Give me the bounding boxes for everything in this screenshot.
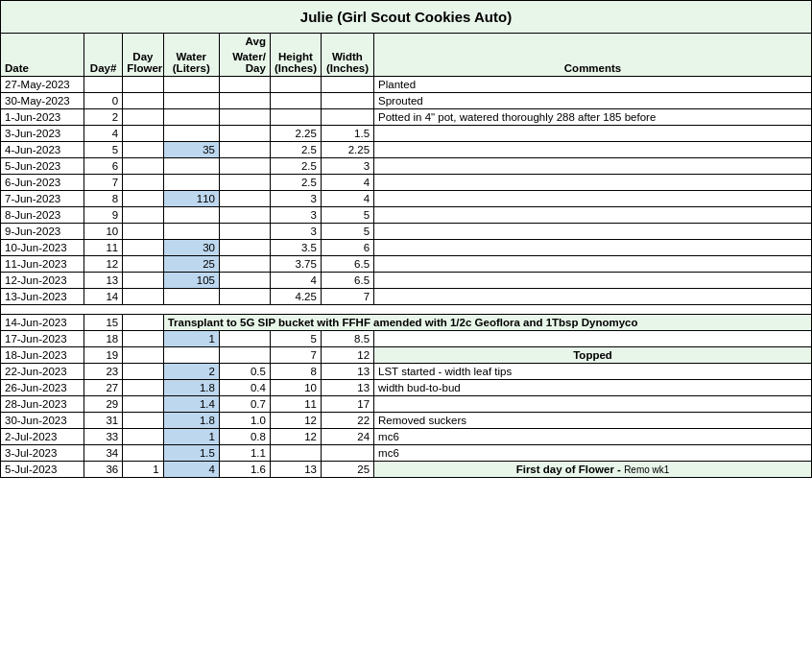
cell-day: 15 [84,315,122,331]
cell-comment-first-flower: First day of Flower - Remo wk1 [374,462,812,478]
cell-flower [123,256,163,273]
table-row: 30-May-2023 0 Sprouted [1,93,812,109]
cell-water [163,207,219,224]
cell-flower [123,429,163,445]
cell-flower [123,331,163,347]
cell-date: 30-May-2023 [1,93,84,109]
cell-water: 25 [163,256,219,273]
cell-day: 27 [84,380,122,396]
cell-comment [374,273,812,289]
cell-height [270,93,321,109]
cell-comment: Planted [374,77,812,93]
cell-day: 0 [84,93,122,109]
cell-comment [374,175,812,191]
cell-water [163,347,219,364]
cell-water: 1.8 [163,413,219,429]
header-comments: Comments [374,34,812,77]
cell-flower [123,240,163,256]
cell-date: 17-Jun-2023 [1,331,84,347]
cell-day: 10 [84,224,122,240]
cell-avgwater [219,126,270,142]
table-row: 27-May-2023 Planted [1,77,812,93]
cell-comment [374,289,812,305]
cell-flower [123,109,163,126]
cell-height [270,77,321,93]
cell-water [163,77,219,93]
header-avgwater-top: Avg [219,34,270,50]
cell-height: 7 [270,347,321,364]
cell-avgwater: 1.6 [219,462,270,478]
header-width: Width(Inches) [321,34,373,77]
cell-date: 11-Jun-2023 [1,256,84,273]
cell-flower [123,158,163,175]
cell-avgwater: 0.4 [219,380,270,396]
cell-height: 12 [270,413,321,429]
cell-comment: mc6 [374,445,812,462]
table-row: 3-Jun-2023 4 2.25 1.5 [1,126,812,142]
cell-height: 3 [270,207,321,224]
cell-water: 110 [163,191,219,207]
cell-water: 105 [163,273,219,289]
cell-date: 26-Jun-2023 [1,380,84,396]
cell-flower [123,396,163,413]
cell-width: 13 [321,380,373,396]
cell-height: 3 [270,224,321,240]
cell-comment [374,256,812,273]
cell-comment-topped: Topped [374,347,812,364]
cell-avgwater [219,347,270,364]
cell-width: 1.5 [321,126,373,142]
table-row: 10-Jun-2023 11 30 3.5 6 [1,240,812,256]
cell-day: 29 [84,396,122,413]
cell-date: 5-Jul-2023 [1,462,84,478]
cell-avgwater [219,289,270,305]
cell-transplant-comment: Transplant to 5G SIP bucket with FFHF am… [163,315,811,331]
cell-height: 2.5 [270,142,321,158]
cell-height [270,445,321,462]
cell-height: 3 [270,191,321,207]
table-row: 1-Jun-2023 2 Potted in 4" pot, watered t… [1,109,812,126]
cell-flower [123,364,163,380]
table-row: 12-Jun-2023 13 105 4 6.5 [1,273,812,289]
cell-width [321,77,373,93]
cell-water: 1 [163,331,219,347]
cell-width: 24 [321,429,373,445]
cell-flower [123,175,163,191]
table-row: 28-Jun-2023 29 1.4 0.7 11 17 [1,396,812,413]
cell-day: 23 [84,364,122,380]
cell-height: 8 [270,364,321,380]
cell-width [321,109,373,126]
cell-avgwater [219,142,270,158]
cell-avgwater: 1.1 [219,445,270,462]
cell-day: 5 [84,142,122,158]
cell-flower [123,445,163,462]
header-day: Day# [84,34,122,77]
cell-height: 4 [270,273,321,289]
cell-width: 22 [321,413,373,429]
table-row: 11-Jun-2023 12 25 3.75 6.5 [1,256,812,273]
table-row: 14-Jun-2023 15 Transplant to 5G SIP buck… [1,315,812,331]
cell-comment [374,224,812,240]
cell-avgwater [219,207,270,224]
cell-day: 6 [84,158,122,175]
cell-width: 2.25 [321,142,373,158]
cell-width: 12 [321,347,373,364]
table-row: 9-Jun-2023 10 3 5 [1,224,812,240]
cell-flower [123,142,163,158]
cell-flower [123,315,163,331]
cell-day: 36 [84,462,122,478]
cell-avgwater [219,240,270,256]
cell-avgwater [219,191,270,207]
cell-water [163,289,219,305]
cell-width: 7 [321,289,373,305]
cell-date: 13-Jun-2023 [1,289,84,305]
cell-day: 9 [84,207,122,224]
cell-height: 13 [270,462,321,478]
cell-flower [123,273,163,289]
cell-comment [374,158,812,175]
cell-flower [123,224,163,240]
cell-width: 3 [321,158,373,175]
cell-date: 27-May-2023 [1,77,84,93]
cell-date: 2-Jul-2023 [1,429,84,445]
cell-date: 6-Jun-2023 [1,175,84,191]
table-row: 30-Jun-2023 31 1.8 1.0 12 22 Removed suc… [1,413,812,429]
